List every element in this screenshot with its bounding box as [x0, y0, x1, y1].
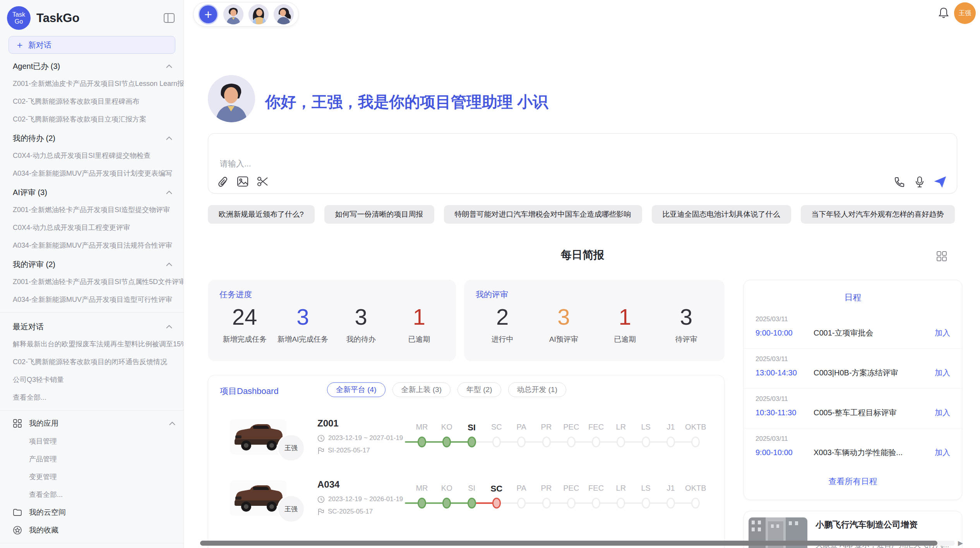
- milestone-track: MRKOSISCPAPRPECFECLRLSJ1OKTB: [405, 414, 722, 476]
- task-list-item[interactable]: Z001-全新燃油轻卡产品开发项目SI造型提交物评审: [0, 201, 183, 219]
- my-apps-label: 我的应用: [29, 418, 58, 428]
- project-row-Z001[interactable]: 王强 Z001 2023-12-19 ~ 2027-01-19 SI-2025-…: [208, 414, 724, 476]
- section-header-0[interactable]: Agent已办 (3): [0, 56, 183, 75]
- star-icon: [13, 526, 23, 535]
- suggestion-chips: 欧洲新规最近颁布了什么?如何写一份清晰的项目周报特朗普可能对进口汽车增税会对中国…: [208, 205, 955, 224]
- event-date: 2025/03/11: [756, 395, 950, 403]
- schedule-event: 2025/03/11 10:30-11:30 C005-整车工程目标评审 加入: [744, 389, 962, 428]
- user-avatar[interactable]: 王强: [954, 2, 976, 24]
- task-list-item[interactable]: C0X4-动力总成开发项目工程变更评审: [0, 219, 183, 236]
- task-list-item[interactable]: Z001-全新燃油轻卡产品开发项目SI节点属性5D文件评审: [0, 273, 183, 291]
- view-all-schedule-link[interactable]: 查看所有日程: [744, 476, 962, 487]
- milestone-node-OKTB[interactable]: [691, 437, 700, 447]
- agent-avatar-man[interactable]: [223, 4, 243, 24]
- stat-card-title: 任务进度: [208, 280, 456, 300]
- task-list-item[interactable]: C02-飞腾新能源轻客改款项目里程碑画布: [0, 92, 183, 110]
- join-meeting-link[interactable]: 加入: [935, 447, 950, 458]
- scroll-right-arrow-icon[interactable]: ▶: [958, 539, 963, 547]
- attachment-icon[interactable]: [218, 176, 228, 188]
- add-agent-button[interactable]: +: [198, 4, 218, 24]
- dashboard-tab[interactable]: 全新上装 (3): [392, 382, 451, 397]
- task-list-item[interactable]: Z001-全新燃油皮卡产品开发项目SI节点Lesson Learn报告: [0, 75, 183, 92]
- collapse-sidebar-icon[interactable]: [163, 13, 175, 23]
- milestone-node-PA[interactable]: [517, 498, 526, 509]
- task-list-item[interactable]: C02-飞腾新能源轻客改款项目立项汇报方案: [0, 110, 183, 128]
- milestone-node-J1[interactable]: [666, 498, 675, 509]
- my-apps-header[interactable]: 我的应用: [0, 414, 183, 432]
- recent-chats-header[interactable]: 最近对话: [0, 317, 183, 335]
- milestone-node-SI[interactable]: [468, 437, 476, 447]
- agent-avatar-woman-ponytail[interactable]: [274, 4, 294, 24]
- chevron-up-icon: [166, 262, 173, 267]
- flag-icon: [317, 447, 324, 454]
- project-row-A034[interactable]: 王强 A034 2023-12-19 ~ 2026-01-19 SC-2025-…: [208, 475, 724, 537]
- agent-avatar-woman-long-hair[interactable]: [248, 4, 269, 24]
- section-header-3[interactable]: 我的评审 (2): [0, 254, 183, 273]
- milestone-node-LR[interactable]: [617, 437, 625, 447]
- sidebar-shortcut[interactable]: 我的云空间: [0, 503, 183, 521]
- chat-input[interactable]: 请输入...: [208, 133, 957, 194]
- recent-chat-item[interactable]: 公司Q3轻卡销量: [0, 371, 183, 389]
- section-header-2[interactable]: AI评审 (3): [0, 182, 183, 201]
- app-link[interactable]: 查看全部...: [0, 486, 183, 503]
- stat-value: 1: [390, 304, 448, 330]
- join-meeting-link[interactable]: 加入: [935, 328, 950, 338]
- milestone-node-PEC[interactable]: [567, 498, 576, 509]
- voice-call-icon[interactable]: [894, 176, 905, 187]
- milestone-node-LS[interactable]: [642, 437, 650, 447]
- stat-metric: 1 已逾期: [595, 304, 656, 344]
- app-link[interactable]: 项目管理: [0, 432, 183, 450]
- milestone-node-KO[interactable]: [442, 437, 451, 447]
- suggestion-chip[interactable]: 如何写一份清晰的项目周报: [324, 205, 434, 224]
- milestone-label-PA: PA: [517, 423, 526, 432]
- milestone-node-FEC[interactable]: [592, 437, 600, 447]
- task-list-item[interactable]: A034-全新新能源MUV产品开发项目计划变更表编写: [0, 164, 183, 182]
- join-meeting-link[interactable]: 加入: [935, 368, 950, 378]
- milestone-label-J1: J1: [666, 484, 675, 493]
- milestone-node-MR[interactable]: [418, 437, 426, 447]
- task-list-item[interactable]: C0X4-动力总成开发项目SI里程碑提交物检查: [0, 147, 183, 164]
- app-link[interactable]: 变更管理: [0, 468, 183, 486]
- sidebar-shortcut[interactable]: 我的收藏: [0, 521, 183, 539]
- app-link[interactable]: 产品管理: [0, 450, 183, 468]
- stat-label: 新增完成任务: [216, 334, 274, 344]
- send-icon[interactable]: [934, 176, 947, 188]
- dashboard-tab[interactable]: 动总开发 (1): [508, 382, 567, 397]
- dashboard-tab[interactable]: 年型 (2): [457, 382, 501, 397]
- scissors-icon[interactable]: [257, 176, 269, 188]
- recent-chat-item[interactable]: C02-飞腾新能源轻客改款项目的闭环通告反馈情况: [0, 353, 183, 371]
- milestone-node-MR[interactable]: [418, 498, 426, 509]
- section-header-1[interactable]: 我的待办 (2): [0, 128, 183, 147]
- new-chat-button[interactable]: ＋ 新对话: [9, 36, 175, 54]
- milestone-node-PA[interactable]: [517, 437, 526, 447]
- milestone-node-LR[interactable]: [617, 498, 625, 509]
- milestone-node-SC[interactable]: [492, 498, 501, 509]
- task-list-item[interactable]: A034-全新新能源MUV产品开发项目法规符合性评审: [0, 236, 183, 254]
- milestone-node-KO[interactable]: [442, 498, 451, 509]
- suggestion-chip[interactable]: 欧洲新规最近颁布了什么?: [208, 205, 315, 224]
- microphone-icon[interactable]: [915, 176, 924, 188]
- view-all-chats-link[interactable]: 查看全部...: [0, 389, 183, 406]
- milestone-node-LS[interactable]: [642, 498, 650, 509]
- milestone-node-J1[interactable]: [666, 437, 675, 447]
- suggestion-chip[interactable]: 比亚迪全固态电池计划具体说了什么: [652, 205, 791, 224]
- briefing-layout-grid-icon[interactable]: [936, 251, 947, 262]
- milestone-node-PR[interactable]: [542, 498, 551, 509]
- horizontal-scrollbar-thumb[interactable]: [200, 541, 937, 546]
- join-meeting-link[interactable]: 加入: [935, 408, 950, 418]
- task-list-item[interactable]: A034-全新新能源MUV产品开发项目造型可行性评审: [0, 291, 183, 308]
- suggestion-chip[interactable]: 当下年轻人对汽车外观有怎样的喜好趋势: [801, 205, 955, 224]
- milestone-node-SC[interactable]: [492, 437, 501, 447]
- recent-chat-item[interactable]: 解释最新出台的欧盟报废车法规再生塑料比例被调至15%...: [0, 335, 183, 353]
- notifications-bell-icon[interactable]: [938, 7, 949, 19]
- milestone-node-FEC[interactable]: [592, 498, 600, 509]
- insert-image-icon[interactable]: [237, 176, 248, 188]
- milestone-node-PEC[interactable]: [567, 437, 576, 447]
- recent-chats-section: 最近对话 解释最新出台的欧盟报废车法规再生塑料比例被调至15%...C02-飞腾…: [0, 317, 183, 406]
- milestone-node-OKTB[interactable]: [691, 498, 700, 509]
- chevron-up-icon: [166, 325, 173, 329]
- suggestion-chip[interactable]: 特朗普可能对进口汽车增税会对中国车企造成哪些影响: [444, 205, 642, 224]
- milestone-node-PR[interactable]: [542, 437, 551, 447]
- dashboard-tab[interactable]: 全新平台 (4): [327, 382, 385, 397]
- milestone-node-SI[interactable]: [468, 498, 476, 509]
